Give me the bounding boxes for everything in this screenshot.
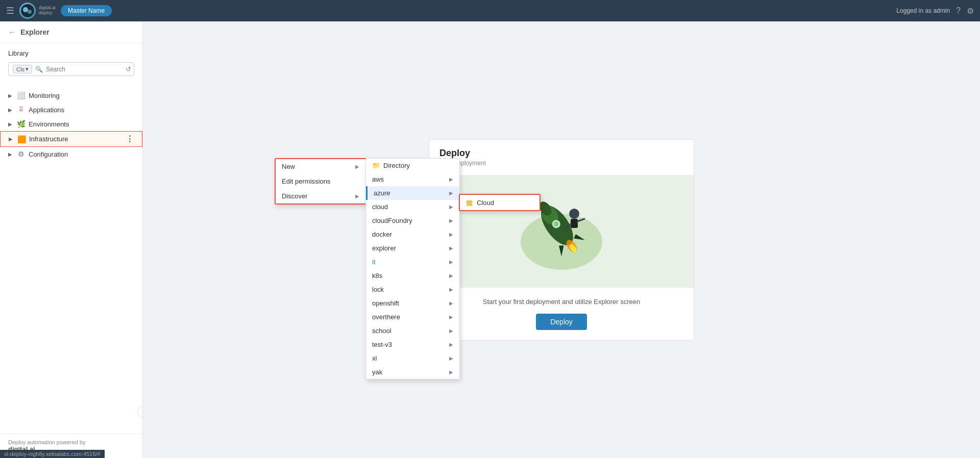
- sidebar-item-infrastructure[interactable]: ▶ 🟧 Infrastructure ⋮: [0, 131, 142, 147]
- new-label: New: [282, 163, 295, 170]
- search-icon: 🔍: [35, 66, 43, 73]
- arrow-icon: ▶: [9, 136, 14, 142]
- docker-arrow: ▶: [449, 232, 453, 237]
- submenu-item-openshift[interactable]: openshift ▶: [366, 296, 459, 310]
- azure-label: azure: [374, 189, 390, 197]
- monitor-icon: ⬜: [16, 91, 26, 100]
- config-icon: ⚙: [16, 149, 26, 159]
- sidebar-item-applications[interactable]: ▶ ⠿ Applications: [0, 103, 142, 117]
- nav-left: ☰ digital.ai deploy Master Name: [6, 3, 112, 19]
- arrow-icon: ▶: [8, 107, 13, 113]
- svg-point-13: [569, 209, 579, 219]
- svg-rect-14: [571, 219, 578, 228]
- submenu-item-lock[interactable]: lock ▶: [366, 283, 459, 296]
- sidebar-title: Explorer: [20, 28, 50, 36]
- overthere-label: overthere: [372, 313, 400, 321]
- sidebar: ← Explorer Library Cls ▾ 🔍 ↺ ▶ ⬜ Monitor…: [0, 21, 143, 458]
- azure-arrow: ▶: [449, 190, 453, 196]
- svg-point-2: [28, 10, 32, 14]
- openshift-label: openshift: [372, 299, 399, 307]
- submenu-item-xl[interactable]: xl ▶: [366, 351, 459, 365]
- deploy-card-title: Deploy: [439, 148, 683, 159]
- docker-label: docker: [372, 231, 392, 238]
- school-arrow: ▶: [449, 328, 453, 334]
- cloud-item-icon: ▦: [466, 198, 473, 207]
- submenu-item-cloudfoundry[interactable]: cloudFoundry ▶: [366, 214, 459, 227]
- layout: ← Explorer Library Cls ▾ 🔍 ↺ ▶ ⬜ Monitor…: [0, 21, 980, 458]
- submenu-item-yak[interactable]: yak ▶: [366, 365, 459, 379]
- settings-icon[interactable]: ⚙: [967, 6, 974, 16]
- deploy-card-body: Start your first deployment and utilize …: [429, 288, 694, 340]
- sidebar-item-monitoring[interactable]: ▶ ⬜ Monitoring: [0, 88, 142, 103]
- lock-arrow: ▶: [449, 287, 453, 292]
- nav-right: Logged in as admin ? ⚙: [896, 6, 974, 16]
- back-arrow-icon[interactable]: ←: [8, 28, 16, 37]
- cloudfoundry-label: cloudFoundry: [372, 217, 412, 224]
- menu-item-new[interactable]: New ▶: [276, 159, 365, 174]
- main-content: Deploy Start deployment: [143, 21, 980, 458]
- xl-label: xl: [372, 354, 377, 362]
- deploy-card: Deploy Start deployment: [429, 139, 694, 341]
- submenu-item-cloud[interactable]: cloud ▶: [366, 200, 459, 214]
- submenu-item-overthere[interactable]: overthere ▶: [366, 310, 459, 324]
- logged-in-text: Logged in as admin: [896, 7, 950, 14]
- k8s-arrow: ▶: [449, 273, 453, 278]
- aws-label: aws: [372, 175, 384, 183]
- help-icon[interactable]: ?: [956, 6, 961, 15]
- submenu-item-azure[interactable]: azure ▶: [366, 186, 459, 200]
- logo-text: digital.ai deploy: [39, 6, 56, 16]
- library-label: Library: [8, 49, 134, 57]
- context-submenu: 📁 Directory aws ▶ azure ▶ cloud ▶: [365, 158, 460, 379]
- refresh-icon[interactable]: ↺: [126, 65, 131, 73]
- context-menu-main: New ▶ Edit permissions Discover ▶: [275, 158, 366, 205]
- infra-icon: 🟧: [17, 135, 26, 144]
- top-nav: ☰ digital.ai deploy Master Name Logged i…: [0, 0, 980, 21]
- submenu-item-school[interactable]: school ▶: [366, 324, 459, 338]
- xl-arrow: ▶: [449, 355, 453, 361]
- submenu-item-aws[interactable]: aws ▶: [366, 172, 459, 186]
- cls-dropdown[interactable]: Cls ▾: [13, 65, 32, 73]
- search-bar: Cls ▾ 🔍 ↺: [8, 62, 134, 76]
- deploy-card-body-text: Start your first deployment and utilize …: [439, 298, 683, 306]
- sidebar-item-configuration[interactable]: ▶ ⚙ Configuration: [0, 147, 142, 161]
- submenu-item-explorer[interactable]: explorer ▶: [366, 241, 459, 255]
- master-name-button[interactable]: Master Name: [61, 5, 112, 16]
- menu-item-discover[interactable]: Discover ▶: [276, 189, 365, 203]
- folder-icon: 📁: [372, 162, 380, 169]
- svg-point-1: [23, 7, 28, 12]
- library-section: Library Cls ▾ 🔍 ↺: [0, 43, 142, 86]
- cloud-item-label: Cloud: [477, 199, 494, 207]
- yak-arrow: ▶: [449, 369, 453, 375]
- apps-icon: ⠿: [16, 105, 26, 114]
- submenu-item-it[interactable]: it ▶: [366, 255, 459, 269]
- cloud-menu-item[interactable]: ▦ Cloud: [460, 195, 540, 210]
- sidebar-item-environments[interactable]: ▶ 🌿 Environments: [0, 117, 142, 131]
- logo-icon: [19, 3, 36, 19]
- submenu-item-directory[interactable]: 📁 Directory: [366, 159, 459, 172]
- discover-arrow-icon: ▶: [355, 193, 359, 199]
- submenu-item-test-v3[interactable]: test-v3 ▶: [366, 338, 459, 351]
- sidebar-item-label: Infrastructure: [29, 135, 68, 143]
- deploy-button[interactable]: Deploy: [536, 314, 587, 330]
- submenu-item-docker[interactable]: docker ▶: [366, 227, 459, 241]
- deploy-card-header: Deploy Start deployment: [429, 140, 694, 175]
- explorer-arrow: ▶: [449, 245, 453, 251]
- yak-label: yak: [372, 368, 382, 376]
- nav-tree: ▶ ⬜ Monitoring ▶ ⠿ Applications ▶ 🌿 Envi…: [0, 86, 142, 434]
- test-v3-label: test-v3: [372, 341, 392, 348]
- arrow-icon: ▶: [8, 93, 13, 98]
- k8s-label: k8s: [372, 272, 382, 279]
- more-options-icon[interactable]: ⋮: [126, 134, 134, 144]
- deploy-card-illustration: [429, 175, 694, 288]
- cloudfoundry-arrow: ▶: [449, 218, 453, 223]
- logo: digital.ai deploy: [19, 3, 56, 19]
- it-arrow: ▶: [449, 259, 453, 265]
- hamburger-icon[interactable]: ☰: [6, 5, 14, 16]
- arrow-icon: ▶: [8, 121, 13, 127]
- search-input[interactable]: [46, 66, 122, 73]
- it-label: it: [372, 258, 376, 266]
- sidebar-item-label: Monitoring: [29, 92, 60, 99]
- menu-item-edit-permissions[interactable]: Edit permissions: [276, 174, 365, 189]
- aws-arrow: ▶: [449, 176, 453, 182]
- submenu-item-k8s[interactable]: k8s ▶: [366, 269, 459, 283]
